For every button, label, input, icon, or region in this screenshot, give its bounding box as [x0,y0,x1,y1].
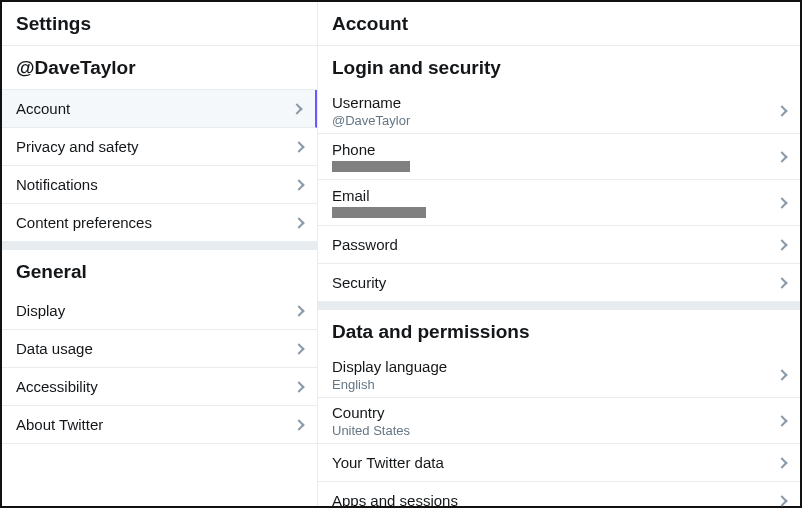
chevron-right-icon [293,141,304,152]
chevron-right-icon [293,419,304,430]
setting-row-security[interactable]: Security [318,264,800,302]
setting-row-text: CountryUnited States [332,404,410,438]
settings-frame: Settings @DaveTaylor AccountPrivacy and … [0,0,802,508]
chevron-right-icon [293,217,304,228]
sidebar-item-label: Data usage [16,340,93,357]
chevron-right-icon [776,369,787,380]
setting-row-text: Phone [332,141,410,172]
setting-row-password[interactable]: Password [318,226,800,264]
sidebar-item-label: Content preferences [16,214,152,231]
chevron-right-icon [776,239,787,250]
sidebar-item-display[interactable]: Display [2,292,317,330]
sidebar-item-label: About Twitter [16,416,103,433]
setting-label: Password [332,236,398,253]
section-divider [2,242,317,250]
section-divider [318,302,800,310]
redacted-value [332,207,426,218]
setting-label: Email [332,187,426,204]
settings-title: Settings [2,2,317,46]
chevron-right-icon [776,105,787,116]
setting-sub: United States [332,423,410,438]
setting-label: Apps and sessions [332,492,458,508]
content-pane: Account Login and securityUsername@DaveT… [318,2,800,506]
setting-row-apps-and-sessions[interactable]: Apps and sessions [318,482,800,508]
redacted-value [332,161,410,172]
sidebar-item-label: Display [16,302,65,319]
setting-row-text: Email [332,187,426,218]
sidebar-item-label: Privacy and safety [16,138,139,155]
setting-row-text: Your Twitter data [332,454,444,471]
general-heading: General [2,250,317,292]
sidebar-item-about-twitter[interactable]: About Twitter [2,406,317,444]
setting-row-email[interactable]: Email [318,180,800,226]
sidebar-item-label: Account [16,100,70,117]
setting-label: Security [332,274,386,291]
sidebar-item-data-usage[interactable]: Data usage [2,330,317,368]
chevron-right-icon [776,197,787,208]
sidebar-item-accessibility[interactable]: Accessibility [2,368,317,406]
sidebar-item-label: Notifications [16,176,98,193]
sidebar-item-label: Accessibility [16,378,98,395]
setting-row-text: Apps and sessions [332,492,458,508]
chevron-right-icon [293,305,304,316]
sidebar-item-content-preferences[interactable]: Content preferences [2,204,317,242]
chevron-right-icon [293,179,304,190]
chevron-right-icon [776,495,787,506]
setting-label: Username [332,94,410,111]
chevron-right-icon [291,103,302,114]
chevron-right-icon [776,151,787,162]
setting-label: Your Twitter data [332,454,444,471]
setting-label: Phone [332,141,410,158]
setting-row-your-twitter-data[interactable]: Your Twitter data [318,444,800,482]
chevron-right-icon [776,457,787,468]
setting-sub: English [332,377,447,392]
setting-row-display-language[interactable]: Display languageEnglish [318,352,800,398]
sidebar: Settings @DaveTaylor AccountPrivacy and … [2,2,318,506]
chevron-right-icon [776,277,787,288]
setting-row-country[interactable]: CountryUnited States [318,398,800,444]
setting-label: Country [332,404,410,421]
setting-sub: @DaveTaylor [332,113,410,128]
setting-row-text: Security [332,274,386,291]
account-title: Account [318,2,800,46]
sidebar-item-account[interactable]: Account [2,90,317,128]
setting-row-text: Display languageEnglish [332,358,447,392]
chevron-right-icon [776,415,787,426]
setting-row-phone[interactable]: Phone [318,134,800,180]
setting-row-username[interactable]: Username@DaveTaylor [318,88,800,134]
setting-label: Display language [332,358,447,375]
setting-row-text: Password [332,236,398,253]
section-heading-login-and-security: Login and security [318,46,800,88]
user-handle: @DaveTaylor [2,46,317,90]
chevron-right-icon [293,381,304,392]
chevron-right-icon [293,343,304,354]
section-heading-data-and-permissions: Data and permissions [318,310,800,352]
sidebar-item-notifications[interactable]: Notifications [2,166,317,204]
setting-row-text: Username@DaveTaylor [332,94,410,128]
sidebar-item-privacy-and-safety[interactable]: Privacy and safety [2,128,317,166]
